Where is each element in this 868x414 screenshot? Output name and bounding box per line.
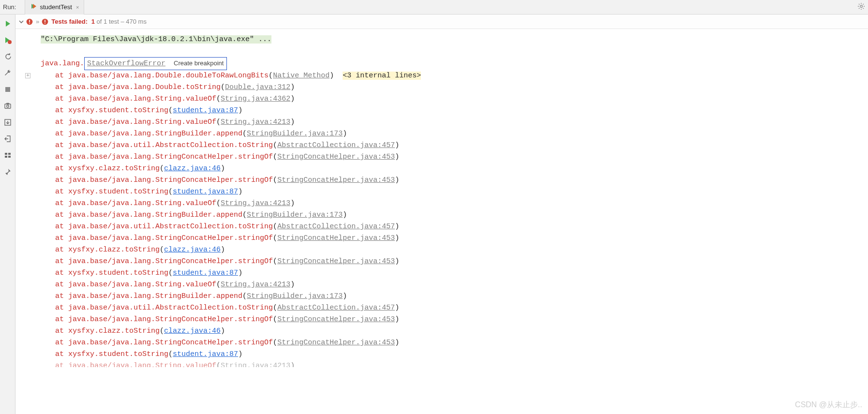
import-tests-icon[interactable]	[3, 118, 12, 127]
svg-point-13	[8, 40, 12, 44]
breadcrumb-arrows: »	[36, 18, 39, 25]
source-link[interactable]: clazz.java:46	[164, 246, 221, 254]
stack-frame: at xysfxy.student.toString(student.java:…	[41, 267, 868, 279]
source-link[interactable]: String.java:4362	[221, 95, 290, 103]
blank-line	[41, 45, 868, 57]
toggle-auto-test-icon[interactable]	[3, 52, 12, 61]
close-icon[interactable]: ×	[76, 4, 79, 10]
source-link[interactable]: StringConcatHelper.java:453	[277, 257, 395, 266]
source-link[interactable]: String.java:4213	[221, 118, 290, 126]
error-circle-icon	[42, 18, 48, 25]
svg-rect-19	[5, 153, 7, 155]
chevron-down-icon[interactable]	[18, 19, 24, 25]
svg-rect-28	[45, 23, 45, 24]
run-tab-studenttest[interactable]: studentTest ×	[25, 0, 84, 15]
layout-icon[interactable]	[3, 151, 12, 160]
run-label: Run:	[3, 3, 16, 11]
svg-point-2	[860, 5, 863, 8]
stack-frame: at java.base/java.lang.Double.doubleToRa…	[41, 70, 868, 82]
source-link[interactable]: StringConcatHelper.java:453	[277, 234, 395, 242]
stack-frame: at java.base/java.lang.StringBuilder.app…	[41, 128, 868, 140]
rerun-icon[interactable]	[3, 19, 12, 28]
create-breakpoint-button[interactable]: Create breakpoint	[172, 59, 225, 67]
svg-rect-21	[5, 156, 7, 158]
stack-frame: at java.base/java.lang.StringConcatHelpe…	[41, 256, 868, 267]
stack-frame: at xysfxy.student.toString(student.java:…	[41, 349, 868, 360]
stack-frame: at java.base/java.lang.StringBuilder.app…	[41, 209, 868, 221]
wrench-icon[interactable]	[3, 69, 12, 77]
source-link[interactable]: clazz.java:46	[164, 164, 221, 173]
stack-frame: at java.base/java.lang.String.valueOf(St…	[41, 360, 868, 367]
error-circle-icon[interactable]	[26, 18, 33, 25]
source-link[interactable]: student.java:87	[173, 269, 238, 277]
stack-frame: at java.base/java.util.AbstractCollectio…	[41, 221, 868, 233]
stack-frame: at xysfxy.clazz.toString(clazz.java:46)	[41, 244, 868, 256]
svg-line-9	[859, 8, 860, 9]
source-link[interactable]: Double.java:312	[225, 83, 290, 91]
stack-frame: at java.base/java.lang.StringConcatHelpe…	[41, 337, 868, 349]
stack-frame: at java.base/java.util.AbstractCollectio…	[41, 302, 868, 314]
source-link[interactable]: student.java:87	[173, 350, 238, 358]
fold-icon[interactable]: +	[25, 73, 30, 78]
stack-frame: at java.base/java.lang.StringConcatHelpe…	[41, 175, 868, 186]
stack-frame: at xysfxy.clazz.toString(clazz.java:46)	[41, 163, 868, 175]
stack-frame: at java.base/java.lang.String.valueOf(St…	[41, 198, 868, 209]
source-link[interactable]: StringBuilder.java:173	[247, 292, 343, 300]
source-link[interactable]: StringBuilder.java:173	[247, 211, 343, 219]
exception-link[interactable]: StackOverflowError	[86, 59, 167, 68]
source-link[interactable]: String.java:4213	[221, 281, 290, 289]
run-tool-gutter	[0, 15, 15, 414]
pin-icon[interactable]	[3, 167, 12, 176]
svg-rect-22	[8, 156, 11, 158]
stack-frame: at java.base/java.lang.StringConcatHelpe…	[41, 151, 868, 163]
rerun-failed-icon[interactable]	[3, 36, 12, 44]
svg-rect-27	[45, 20, 45, 22]
svg-rect-14	[5, 87, 10, 92]
tests-failed-text: Tests failed: 1 of 1 test – 470 ms	[51, 18, 147, 25]
source-link[interactable]: AbstractCollection.java:457	[277, 141, 395, 149]
stack-frame: at xysfxy.student.toString(student.java:…	[41, 105, 868, 117]
source-link[interactable]: AbstractCollection.java:457	[277, 304, 395, 312]
svg-point-16	[6, 105, 9, 107]
screenshot-icon[interactable]	[3, 102, 12, 110]
exception-line: java.lang.StackOverflowError Create brea…	[41, 57, 868, 70]
source-link[interactable]: String.java:4213	[221, 199, 290, 207]
source-link[interactable]: StringConcatHelper.java:453	[277, 176, 395, 184]
source-link[interactable]: StringConcatHelper.java:453	[277, 339, 395, 347]
svg-rect-25	[29, 23, 30, 24]
svg-line-10	[863, 4, 864, 5]
stack-frame: at xysfxy.clazz.toString(clazz.java:46)	[41, 325, 868, 337]
stack-frame: at java.base/java.lang.StringConcatHelpe…	[41, 233, 868, 244]
source-link[interactable]: Native Method	[273, 72, 329, 80]
svg-marker-11	[6, 21, 10, 27]
source-link[interactable]: student.java:87	[173, 188, 238, 196]
test-config-icon	[30, 3, 37, 11]
source-link[interactable]: String.java:4213	[221, 362, 290, 367]
svg-rect-24	[29, 20, 30, 22]
source-link[interactable]: StringConcatHelper.java:453	[277, 153, 395, 161]
tests-failed-label: Tests failed:	[51, 18, 88, 25]
stack-frame: at java.base/java.lang.Double.toString(D…	[41, 82, 868, 93]
source-link[interactable]: clazz.java:46	[164, 327, 221, 335]
stop-icon[interactable]	[3, 85, 12, 94]
stack-frame: at java.base/java.lang.String.valueOf(St…	[41, 93, 868, 105]
watermark-text: CSDN @从未止步..	[795, 400, 862, 410]
source-link[interactable]: AbstractCollection.java:457	[277, 222, 395, 231]
stack-frame: at java.base/java.lang.String.valueOf(St…	[41, 117, 868, 128]
settings-icon[interactable]	[857, 2, 865, 12]
stack-frame: at java.base/java.lang.String.valueOf(St…	[41, 279, 868, 291]
svg-line-7	[859, 4, 860, 5]
source-link[interactable]: StringConcatHelper.java:453	[277, 315, 395, 324]
test-status-bar: » Tests failed: 1 of 1 test – 470 ms	[15, 15, 868, 29]
tests-total-text: of 1 test – 470 ms	[95, 18, 147, 25]
tests-failed-count: 1	[91, 18, 95, 25]
stack-frame: at java.base/java.lang.StringBuilder.app…	[41, 291, 868, 302]
source-link[interactable]: student.java:87	[173, 106, 238, 115]
exception-box[interactable]: StackOverflowError Create breakpoint	[84, 57, 227, 70]
console-output[interactable]: "C:\Program Files\Java\jdk-18.0.2.1\bin\…	[15, 29, 868, 414]
exit-icon[interactable]	[3, 134, 12, 143]
run-tab-bar: Run: studentTest ×	[0, 0, 868, 15]
source-link[interactable]: StringBuilder.java:173	[247, 130, 343, 138]
svg-rect-20	[8, 153, 11, 155]
command-line: "C:\Program Files\Java\jdk-18.0.2.1\bin\…	[41, 34, 868, 45]
